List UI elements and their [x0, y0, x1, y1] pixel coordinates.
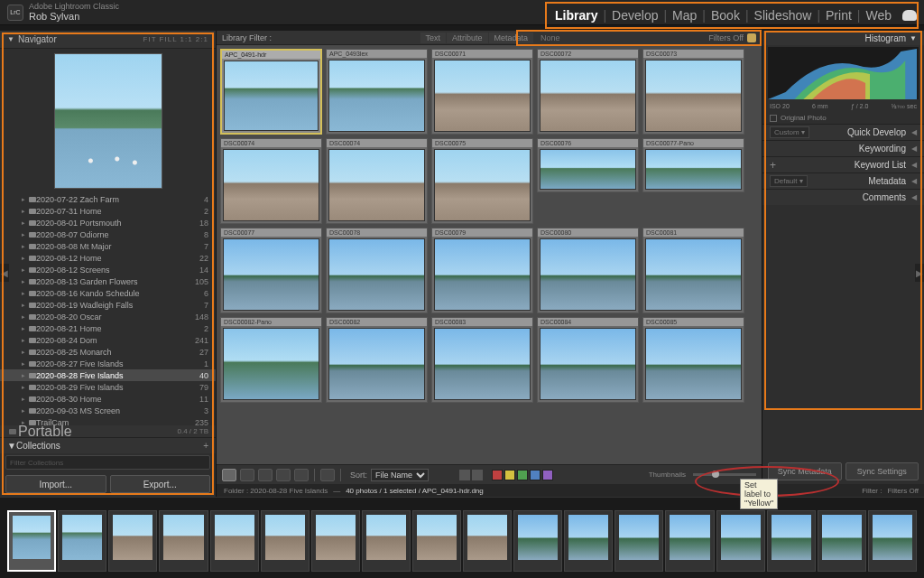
- panel-keywording[interactable]: Keywording◀: [762, 140, 924, 156]
- filmstrip-cell[interactable]: [716, 510, 765, 572]
- filmstrip-cell[interactable]: [7, 510, 56, 572]
- expand-icon[interactable]: ▸: [22, 407, 25, 415]
- folder-row[interactable]: ▸2020-08-24 Dom241: [0, 334, 216, 346]
- filmstrip-cell[interactable]: [108, 510, 157, 572]
- people-view-button[interactable]: [294, 469, 309, 481]
- filmstrip-cell[interactable]: [513, 510, 562, 572]
- add-icon[interactable]: +: [770, 159, 776, 172]
- grid-cell[interactable]: DSC00072: [537, 49, 639, 135]
- folder-row[interactable]: ▸2020-08-01 Portsmouth18: [0, 217, 216, 228]
- cloud-sync-icon[interactable]: [902, 10, 917, 21]
- expand-icon[interactable]: ▸: [22, 196, 25, 203]
- filter-tab-text[interactable]: Text: [420, 33, 447, 43]
- grid-cell[interactable]: DSC00077-Pano: [642, 138, 744, 192]
- survey-view-button[interactable]: [276, 469, 291, 481]
- expand-icon[interactable]: ▸: [22, 360, 25, 368]
- grid-cell[interactable]: DSC00081: [642, 228, 744, 313]
- module-web[interactable]: Web: [860, 8, 897, 23]
- panel-comments[interactable]: Comments◀: [762, 189, 924, 205]
- grid-cell[interactable]: DSC00073: [642, 49, 744, 135]
- grid-cell[interactable]: DSC00074: [220, 138, 322, 224]
- right-panel-toggle[interactable]: ▶: [915, 264, 924, 282]
- folder-row[interactable]: ▸2020-08-21 Home2: [0, 322, 216, 334]
- checkbox-icon[interactable]: [770, 115, 777, 122]
- filmstrip-cell[interactable]: [210, 510, 259, 572]
- preset-select[interactable]: Default ▾: [770, 175, 808, 187]
- filter-none[interactable]: None: [541, 33, 560, 42]
- folder-row[interactable]: ▸2020-07-31 Home2: [0, 205, 216, 217]
- expand-icon[interactable]: ▸: [22, 208, 25, 215]
- filmstrip-cell[interactable]: [868, 510, 917, 572]
- module-library[interactable]: Library: [550, 8, 603, 23]
- export-button[interactable]: Export...: [110, 475, 211, 493]
- filmstrip-cell[interactable]: [564, 510, 613, 572]
- expand-icon[interactable]: ▸: [22, 278, 25, 285]
- thumbnail-grid[interactable]: APC_0491-hdrAPC_0493lexDSC00071DSC00072D…: [217, 45, 762, 464]
- filter-collections-input[interactable]: Filter Collections: [5, 455, 210, 470]
- folder-row[interactable]: ▸2020-08-27 Five Islands1: [0, 358, 216, 369]
- device-row[interactable]: Portable 0.4 / 2 TB: [0, 425, 216, 437]
- folder-row[interactable]: ▸2020-08-19 Wadleigh Falls7: [0, 299, 216, 311]
- grid-cell[interactable]: DSC00083: [431, 317, 533, 403]
- filmstrip-cell[interactable]: [412, 510, 461, 572]
- folder-row[interactable]: ▸2020-08-13 Garden Flowers105: [0, 275, 216, 287]
- folder-row[interactable]: ▸2020-08-25 Monarch27: [0, 346, 216, 358]
- flag-pick[interactable]: [459, 470, 470, 480]
- expand-icon[interactable]: ▸: [22, 243, 25, 250]
- grid-cell[interactable]: DSC00084: [537, 317, 639, 403]
- painter-tool-button[interactable]: [320, 469, 335, 481]
- grid-cell[interactable]: DSC00075: [431, 138, 533, 224]
- grid-cell[interactable]: DSC00074: [326, 138, 428, 224]
- filmstrip-cell[interactable]: [362, 510, 411, 572]
- grid-cell[interactable]: DSC00082: [326, 317, 428, 403]
- import-button[interactable]: Import...: [5, 475, 106, 493]
- histogram-header[interactable]: Histogram ▼: [762, 31, 924, 45]
- expand-icon[interactable]: ▸: [22, 219, 25, 227]
- panel-quick-develop[interactable]: Custom ▾Quick Develop◀: [762, 124, 924, 140]
- folder-row[interactable]: ▸2020-09-03 MS Screen3: [0, 405, 216, 416]
- folder-list[interactable]: ▸2020-07-22 Zach Farm4▸2020-07-31 Home2▸…: [0, 193, 216, 425]
- filters-off[interactable]: Filters Off: [708, 33, 744, 42]
- color-label-yellow[interactable]: [504, 470, 515, 480]
- sync-metadata-button[interactable]: Sync Metadata: [768, 462, 842, 480]
- loupe-view-button[interactable]: [240, 469, 254, 481]
- folder-row[interactable]: ▸2020-08-08 Mt Major7: [0, 240, 216, 252]
- grid-cell[interactable]: APC_0493lex: [326, 49, 428, 135]
- filter-value[interactable]: Filters Off: [887, 487, 919, 495]
- compare-view-button[interactable]: [258, 469, 273, 481]
- filter-tab-metadata[interactable]: Metadata: [489, 33, 534, 43]
- preset-select[interactable]: Custom ▾: [770, 126, 809, 138]
- histogram-display[interactable]: [768, 47, 919, 99]
- grid-cell[interactable]: DSC00077: [220, 228, 322, 313]
- filmstrip-cell[interactable]: [159, 510, 208, 572]
- filmstrip-cell[interactable]: [665, 510, 714, 572]
- folder-row[interactable]: ▸2020-08-12 Home22: [0, 252, 216, 264]
- module-map[interactable]: Map: [667, 8, 702, 23]
- expand-icon[interactable]: ▸: [22, 325, 25, 332]
- left-panel-toggle[interactable]: ◀: [0, 264, 9, 282]
- filmstrip-thumbs[interactable]: [0, 508, 924, 573]
- color-label-purple[interactable]: [542, 470, 553, 480]
- panel-keyword-list[interactable]: +Keyword List◀: [762, 156, 924, 172]
- grid-cell[interactable]: APC_0491-hdr: [220, 49, 322, 135]
- filmstrip-cell[interactable]: [58, 510, 106, 572]
- grid-cell[interactable]: DSC00078: [326, 228, 428, 313]
- module-develop[interactable]: Develop: [606, 8, 663, 23]
- folder-row[interactable]: ▸2020-08-20 Oscar148: [0, 311, 216, 322]
- grid-cell[interactable]: DSC00085: [642, 317, 744, 403]
- original-photo-toggle[interactable]: Original Photo: [762, 112, 924, 124]
- folder-row[interactable]: ▸2020-08-29 Five Islands79: [0, 381, 216, 393]
- expand-icon[interactable]: ▸: [22, 396, 25, 403]
- navigator-header[interactable]: ▼ Navigator FIT FILL 1:1 2:1: [0, 31, 216, 49]
- expand-icon[interactable]: ▸: [22, 302, 25, 309]
- expand-icon[interactable]: ▸: [22, 384, 25, 391]
- collections-header[interactable]: ▼ Collections +: [0, 437, 216, 453]
- filmstrip-cell[interactable]: [614, 510, 663, 572]
- sort-select[interactable]: File Name: [371, 469, 429, 481]
- grid-cell[interactable]: DSC00080: [537, 228, 639, 313]
- grid-cell[interactable]: DSC00079: [431, 228, 533, 313]
- filter-tab-attribute[interactable]: Attribute: [447, 33, 488, 43]
- module-book[interactable]: Book: [706, 8, 745, 23]
- module-slideshow[interactable]: Slideshow: [749, 8, 818, 23]
- folder-row[interactable]: ▸2020-08-28 Five Islands40: [0, 369, 216, 381]
